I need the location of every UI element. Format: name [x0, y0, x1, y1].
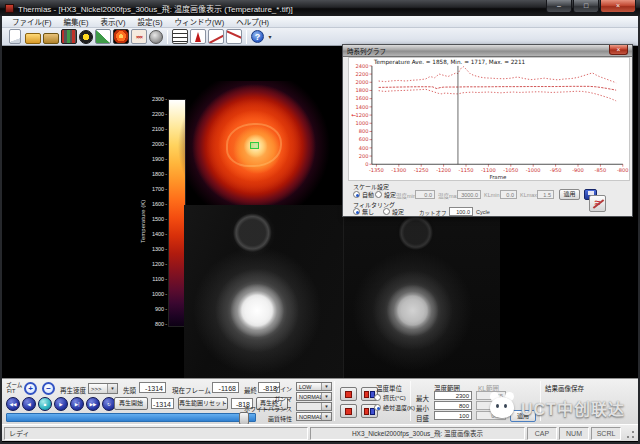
line-profile-icon[interactable] [95, 29, 111, 44]
maximize-button[interactable]: □ [573, 0, 599, 13]
jump-start-button[interactable]: ◀◀ [6, 397, 20, 411]
scale-auto-radio[interactable]: 自動 [353, 190, 374, 199]
result-save-label: 結果画像保存 [545, 383, 584, 393]
palette-upper-solid-button[interactable] [340, 387, 357, 401]
frame-slider[interactable] [6, 413, 256, 422]
time-series-plot[interactable]: Temperature Ave. = 1858, Min. = 1717, Ma… [348, 57, 630, 181]
display-label-1: ガンマ [240, 394, 292, 403]
graph-close-button[interactable]: × [609, 45, 628, 55]
scale-tmin-field[interactable]: 0.0 [415, 190, 435, 199]
scale-klmax-field[interactable]: 1.5 [537, 190, 554, 199]
scale-klmin-field[interactable]: 0.0 [500, 190, 517, 199]
close-button[interactable]: × [600, 0, 636, 13]
toolbar-overflow-icon[interactable]: ▾ [266, 29, 274, 44]
display-dropdown-3[interactable]: NORMAL▼ [296, 412, 332, 421]
range-field-0[interactable]: 2300 [434, 391, 472, 400]
first-frame-label: 先頭 [123, 385, 136, 395]
cutoff-field[interactable]: 100.0 [449, 207, 473, 216]
fit-label: FIT [7, 388, 15, 394]
scale-tmin-label: 温度min [396, 192, 416, 200]
zoom-in-button[interactable]: + [24, 382, 37, 395]
minimize-button[interactable]: – [546, 0, 572, 13]
filter-toggle-button[interactable]: ≈ [589, 195, 606, 212]
histogram-icon[interactable] [190, 29, 206, 44]
temp-unit-option-1[interactable]: 絶対温度(K) [374, 403, 415, 412]
zoom-out-button[interactable]: − [42, 382, 55, 395]
open-folder-icon[interactable] [25, 33, 41, 44]
scale-set-radio[interactable]: 設定 [375, 190, 396, 199]
film-sequence-icon[interactable] [61, 29, 77, 44]
scale-apply-button[interactable]: 適用 [559, 189, 580, 200]
camera-image-left [184, 205, 343, 378]
menu-bar: ファイル(F)編集(E)表示(V)設定(S)ウィンドウ(W)ヘルプ(H) [2, 16, 638, 28]
play-button[interactable]: ▶ [54, 397, 68, 411]
menu-item-3[interactable]: 設定(S) [132, 16, 169, 27]
graph-window-titlebar[interactable]: 時系列グラフ × [343, 45, 632, 57]
watermark-logo [488, 391, 518, 419]
svg-text:-1200: -1200 [436, 167, 451, 173]
fall-graph-icon[interactable] [226, 29, 242, 44]
speed-dropdown[interactable]: >>>▼ [88, 383, 118, 394]
roi-marker[interactable] [250, 142, 259, 149]
grid-roi-icon[interactable] [172, 29, 188, 44]
graph-window-title: 時系列グラフ [347, 46, 386, 56]
scale-klmin-label: KLmin [484, 192, 500, 198]
new-file-icon[interactable] [9, 29, 21, 44]
thermal-image-icon[interactable] [113, 29, 129, 44]
save-folder-icon[interactable] [43, 33, 59, 44]
svg-text:-1350: -1350 [369, 167, 384, 173]
svg-text:1000: 1000 [355, 120, 368, 126]
scale-klmax-label: KLmax [520, 192, 537, 198]
svg-text:1800: 1800 [355, 87, 368, 93]
colorbar-tick: 1100 [140, 276, 167, 282]
display-dropdown-1[interactable]: NORMAL▼ [296, 392, 332, 401]
help-icon[interactable]: ? [251, 30, 264, 43]
current-frame-field[interactable]: -1168 [212, 382, 239, 393]
step-back-button[interactable]: ◀ [22, 397, 36, 411]
colorbar-tick: 2100 [140, 126, 167, 132]
range-reset-button[interactable]: 再生範囲リセット [178, 397, 228, 410]
colorbar-tick: 800 [140, 321, 167, 327]
frame-marks-icon[interactable]: ××× [131, 29, 147, 44]
svg-text:1600: 1600 [355, 95, 368, 101]
filter-set-radio[interactable]: 設定 [383, 207, 404, 216]
svg-text:2200: 2200 [355, 71, 368, 77]
menu-item-2[interactable]: 表示(V) [95, 16, 132, 27]
palette-lower-solid-button[interactable] [340, 404, 357, 418]
svg-text:0: 0 [365, 161, 368, 167]
resize-grip[interactable] [623, 427, 636, 440]
play-start-button[interactable]: 再生開始 [114, 397, 148, 410]
filter-none-radio[interactable]: 無し [353, 207, 374, 216]
menu-item-5[interactable]: ヘルプ(H) [230, 16, 275, 27]
menu-item-4[interactable]: ウィンドウ(W) [169, 16, 231, 27]
svg-text:-850: -850 [595, 167, 607, 173]
menu-item-1[interactable]: 編集(E) [58, 16, 95, 27]
range-field-1[interactable]: 800 [434, 401, 472, 410]
svg-text:1200: 1200 [355, 112, 368, 118]
temp-unit-option-0[interactable]: 摂氏(°C) [374, 393, 406, 402]
status-ready: レディ [4, 427, 308, 440]
toolbar-separator [167, 30, 168, 44]
svg-text:Frame: Frame [489, 174, 507, 180]
colorbar-tick: 2200 [140, 111, 167, 117]
svg-text:-1150: -1150 [459, 167, 474, 173]
scale-tmax-field[interactable]: 3000.0 [457, 190, 481, 199]
display-dropdown-0[interactable]: LOW▼ [296, 382, 332, 391]
record-target-icon[interactable] [79, 30, 93, 44]
menu-item-0[interactable]: ファイル(F) [6, 16, 58, 27]
play-start-field[interactable]: -1314 [151, 398, 174, 409]
display-dropdown-2: ▼ [296, 402, 332, 411]
raw-image-icon[interactable] [149, 30, 163, 44]
jump-end-button[interactable]: ▶▶ [86, 397, 100, 411]
svg-text:-1100: -1100 [481, 167, 496, 173]
cutoff-unit-label: Cycle [476, 209, 490, 215]
rise-graph-icon[interactable] [208, 29, 224, 44]
colorbar-tick: 1800 [140, 171, 167, 177]
camera-image-right [343, 205, 500, 378]
step-forward-button[interactable]: ▶| [70, 397, 84, 411]
colorbar-tick: 1700 [140, 186, 167, 192]
stop-button[interactable]: ■ [38, 397, 52, 411]
first-frame-field[interactable]: -1314 [139, 382, 166, 393]
cutoff-label: カットオフ [419, 209, 447, 217]
range-field-2[interactable]: 100 [434, 411, 472, 420]
